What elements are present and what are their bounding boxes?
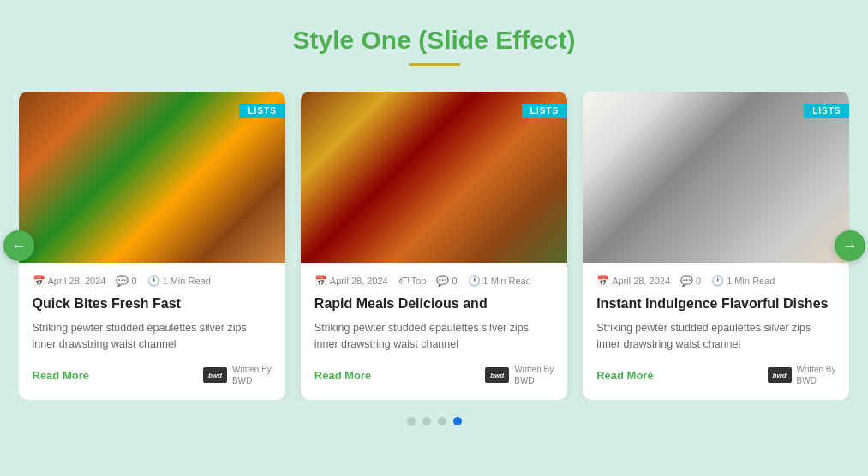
card-1-title: Quick Bites Fresh Fast — [33, 295, 272, 313]
dot-3[interactable] — [438, 417, 446, 425]
author-logo-2: bwd — [485, 367, 509, 383]
calendar-icon: 📅 — [33, 275, 45, 287]
prev-button[interactable]: ← — [3, 230, 34, 261]
card-1: LISTS 📅 April 28, 2024 💬 0 🕐 1 Min Read — [19, 92, 285, 400]
author-text-1: Written By BWD — [232, 364, 272, 386]
card-2-readtime: 1 Min Read — [483, 276, 531, 286]
card-3-image-wrap: LISTS — [583, 92, 849, 263]
comment-icon-3: 💬 — [680, 275, 693, 287]
author-logo-1: bwd — [203, 367, 227, 383]
tag-icon-2: 🏷 — [398, 275, 409, 287]
pagination-dots — [407, 417, 462, 425]
card-1-author: bwd Written By BWD — [203, 364, 272, 386]
card-2-title: Rapid Meals Delicious and — [314, 295, 554, 313]
card-3-badge: LISTS — [804, 104, 849, 118]
card-2: LISTS 📅 April 28, 2024 🏷 Top 💬 0 — [301, 92, 567, 400]
author-text-3: Written By BWD — [797, 364, 836, 386]
card-3-date-item: 📅 April 28, 2024 — [596, 275, 670, 287]
comment-icon-2: 💬 — [436, 275, 449, 287]
card-3-date: April 28, 2024 — [612, 276, 670, 286]
card-2-image-wrap: LISTS — [301, 92, 567, 263]
clock-icon: 🕐 — [147, 275, 160, 287]
calendar-icon-3: 📅 — [596, 275, 609, 287]
card-2-tag: Top — [411, 276, 427, 286]
clock-icon-2: 🕐 — [468, 275, 481, 287]
card-1-meta: 📅 April 28, 2024 💬 0 🕐 1 Min Read — [33, 275, 272, 287]
card-2-meta: 📅 April 28, 2024 🏷 Top 💬 0 🕐 1 Min Read — [314, 275, 554, 287]
card-1-comments: 0 — [131, 276, 136, 286]
card-2-body: 📅 April 28, 2024 🏷 Top 💬 0 🕐 1 Min Read — [301, 263, 567, 400]
card-2-read-more[interactable]: Read More — [314, 369, 371, 382]
dot-4[interactable] — [453, 417, 462, 425]
author-text-2: Written By BWD — [514, 364, 554, 386]
title-divider — [409, 63, 460, 66]
card-1-readtime: 1 Min Read — [163, 276, 211, 286]
card-2-author: bwd Written By BWD — [485, 364, 554, 386]
card-3-title: Instant Indulgence Flavorful Dishes — [596, 295, 835, 313]
card-1-comments-item: 💬 0 — [116, 275, 136, 287]
card-1-footer: Read More bwd Written By BWD — [33, 364, 272, 386]
comment-icon: 💬 — [116, 275, 129, 287]
card-1-readtime-item: 🕐 1 Min Read — [147, 275, 211, 287]
author-logo-3: bwd — [768, 367, 792, 383]
card-3-readtime: 1 Min Read — [727, 276, 775, 286]
card-2-readtime-item: 🕐 1 Min Read — [468, 275, 531, 287]
card-1-date: April 28, 2024 — [48, 276, 106, 286]
card-2-desc: Striking pewter studded epaulettes silve… — [314, 320, 554, 353]
clock-icon-3: 🕐 — [711, 275, 724, 287]
card-2-badge: LISTS — [522, 104, 567, 118]
card-3-desc: Striking pewter studded epaulettes silve… — [596, 320, 835, 353]
card-3-read-more[interactable]: Read More — [596, 369, 653, 382]
card-1-image-wrap: LISTS — [19, 92, 285, 263]
card-3: LISTS 📅 April 28, 2024 💬 0 🕐 1 Min Read — [583, 92, 849, 400]
dot-2[interactable] — [422, 417, 431, 425]
card-2-date-item: 📅 April 28, 2024 — [314, 275, 388, 287]
card-1-desc: Striking pewter studded epaulettes silve… — [33, 320, 272, 353]
card-1-body: 📅 April 28, 2024 💬 0 🕐 1 Min Read Quick … — [19, 263, 285, 400]
card-2-comments: 0 — [452, 276, 457, 286]
card-3-comments-item: 💬 0 — [680, 275, 701, 287]
card-3-readtime-item: 🕐 1 Min Read — [711, 275, 775, 287]
page-title: Style One (Slide Effect) — [292, 26, 575, 55]
card-3-footer: Read More bwd Written By BWD — [596, 364, 835, 386]
card-2-tag-item: 🏷 Top — [398, 275, 427, 287]
cards-container: LISTS 📅 April 28, 2024 💬 0 🕐 1 Min Read — [19, 92, 850, 400]
card-3-body: 📅 April 28, 2024 💬 0 🕐 1 Min Read Instan… — [583, 263, 849, 400]
card-3-comments: 0 — [696, 276, 701, 286]
next-button[interactable]: → — [835, 230, 865, 261]
card-3-author: bwd Written By BWD — [768, 364, 836, 386]
card-2-date: April 28, 2024 — [330, 276, 388, 286]
card-1-date-item: 📅 April 28, 2024 — [33, 275, 106, 287]
calendar-icon-2: 📅 — [314, 275, 327, 287]
dot-1[interactable] — [407, 417, 416, 425]
card-2-comments-item: 💬 0 — [436, 275, 457, 287]
slider-wrapper: ← LISTS 📅 April 28, 2024 💬 0 — [19, 92, 850, 400]
card-3-meta: 📅 April 28, 2024 💬 0 🕐 1 Min Read — [596, 275, 835, 287]
card-1-read-more[interactable]: Read More — [33, 369, 89, 382]
card-1-badge: LISTS — [239, 104, 284, 118]
card-2-footer: Read More bwd Written By BWD — [314, 364, 554, 386]
